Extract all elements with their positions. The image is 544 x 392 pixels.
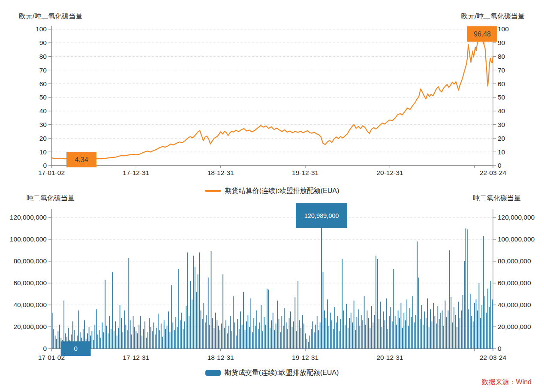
x-tick-label: 19-12-31 [292,169,319,176]
volume-bar [437,306,438,349]
volume-bar [427,299,428,349]
volume-bar [245,330,246,349]
volume-bar [130,320,131,349]
data-source-note: 数据来源：Wind [482,378,532,387]
volume-bar [53,329,54,349]
y-tick-label-right: 100 [498,25,509,33]
volume-bar [301,328,301,349]
volume-bar [252,332,253,349]
volume-bar [92,331,93,349]
volume-bar [265,325,266,349]
volume-bar [193,256,194,349]
volume-bar [481,305,482,349]
volume-bar [181,313,182,349]
volume-bar [435,316,436,349]
volume-bar [362,320,363,349]
volume-bar [149,318,150,349]
volume-bar [440,313,441,349]
max-value-badge-text: 96.48 [474,30,491,38]
volume-bar [345,325,346,349]
volume-bar [124,311,125,349]
volume-bar [131,335,132,349]
volume-bar [401,303,402,349]
volume-bar [377,259,378,349]
volume-bar [230,316,231,349]
y-tick-label-right: 60 [498,80,505,87]
y-tick-label-left: 90 [39,39,47,46]
x-tick-label: 20-12-31 [376,169,403,176]
volume-bar [334,307,335,349]
volume-bar [287,329,288,349]
y-tick-label-right: 30 [498,121,505,128]
volume-bar [249,327,250,349]
volume-bar [439,319,440,349]
volume-bar [379,319,379,349]
y-tick-label-right: 120,000,000 [498,214,535,221]
volume-bar [117,335,117,349]
volume-bar [412,296,413,349]
y-tick-label-left: 0 [43,162,47,169]
volume-bars [52,217,493,349]
volume-bar [470,294,471,349]
volume-bar [393,269,394,349]
y-tick-label-left: 60,000,000 [13,279,47,286]
volume-bar [250,299,251,349]
volume-bar [370,328,370,349]
y-tick-label-right: 20 [498,135,505,142]
volume-bar [274,330,275,349]
volume-bar [340,319,341,349]
volume-bar [167,326,168,349]
y-tick-label-left: 70 [39,66,47,74]
volume-bar [457,327,457,349]
volume-bar [115,321,116,349]
volume-bar [276,323,277,349]
volume-bar [423,325,424,349]
volume-bar [141,335,142,349]
x-tick-label: 22-03-24 [480,169,506,176]
volume-bar [195,267,195,349]
y-tick-label-right: 50 [498,93,505,101]
volume-bar [56,339,57,349]
volume-bar [180,320,181,349]
volume-bar [446,317,447,349]
volume-bar [357,317,358,349]
volume-bar [293,321,294,349]
volume-bar [283,326,284,349]
volume-bar [455,315,456,349]
volume-bar [281,316,282,349]
volume-bar [150,327,151,349]
volume-bar [143,329,144,349]
report-figure: 欧元/吨二氧化碳当量 欧元/吨二氧化碳当量 吨二氧化碳当量 吨二氧化碳当量 00… [0,0,544,392]
volume-bar [391,307,391,349]
volume-bar [147,332,148,349]
volume-bar [467,229,468,349]
volume-bar [359,326,360,349]
volume-bar [342,259,343,349]
y-tick-label-left: 20,000,000 [13,323,47,330]
volume-bar [385,320,385,349]
volume-bar [52,313,53,349]
volume-bar [203,303,204,349]
volume-bar [255,326,256,349]
volume-bar [196,292,197,349]
volume-bar [171,285,172,349]
volume-bar [471,316,472,349]
x-tick-label: 22-03-24 [480,354,506,361]
volume-bar [367,311,368,349]
x-tick-label: 17-12-31 [123,354,149,361]
y-tick-label-right: 70 [498,66,505,74]
volume-bar [474,303,475,349]
volume-bar [330,313,331,349]
y-tick-label-right: 10 [498,148,505,156]
volume-bar [118,328,119,349]
volume-bar [202,319,203,349]
volume-bar [155,335,156,349]
volume-bar [227,333,228,349]
volume-bar [311,329,312,349]
volume-bar [411,317,412,349]
volume-bar [102,323,103,349]
volume-bar [277,301,278,349]
volume-bar [209,325,210,349]
volume-bar [466,229,466,349]
volume-bar [152,331,153,349]
